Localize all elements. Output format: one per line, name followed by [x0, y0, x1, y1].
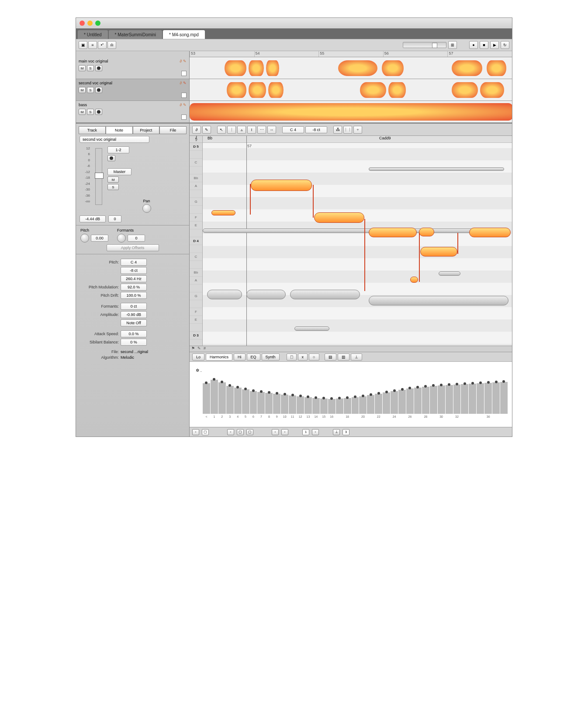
- formants-offset-knob[interactable]: [117, 234, 126, 243]
- track-checkbox[interactable]: [181, 71, 187, 76]
- inspector-tab-note[interactable]: Note: [106, 126, 133, 134]
- harmonic-dot[interactable]: [424, 385, 427, 388]
- harmonic-bar[interactable]: [265, 393, 273, 414]
- zoom-toggle[interactable]: ⊞: [448, 41, 457, 49]
- piano-key[interactable]: [190, 245, 202, 253]
- harmonic-bar[interactable]: [406, 388, 414, 414]
- harmonic-dot[interactable]: [377, 392, 380, 395]
- harmonic-dot[interactable]: [236, 386, 239, 388]
- record-arm-button[interactable]: [95, 65, 102, 71]
- harmonic-dot[interactable]: [260, 390, 263, 393]
- formants-offset-field[interactable]: 0: [128, 235, 145, 242]
- preset-a-icon[interactable]: ⎕: [287, 354, 297, 360]
- harmonic-dot[interactable]: [322, 397, 325, 399]
- tool-a-icon[interactable]: ⋮: [227, 126, 236, 134]
- harmonic-bar[interactable]: [218, 382, 226, 414]
- gear-icon[interactable]: ✲ .: [194, 366, 508, 374]
- wrench-small-icon[interactable]: ✎: [197, 346, 201, 352]
- bb-icon[interactable]: ▫: [272, 429, 279, 435]
- note-area[interactable]: Bb Cadd9 57: [203, 136, 512, 346]
- piano-key[interactable]: G: [190, 198, 202, 206]
- doc-tab-2[interactable]: * M4-song.mpd: [163, 30, 205, 39]
- pitch-offset-field[interactable]: 0.00: [91, 235, 108, 242]
- master-select[interactable]: Master: [107, 168, 131, 175]
- harmonic-bar[interactable]: [383, 392, 390, 414]
- pitch-mod-field[interactable]: 92.0 %: [121, 284, 147, 291]
- tool-b-icon[interactable]: ▵: [237, 126, 246, 134]
- pitch-editor[interactable]: 𝄞 D 5CBbAGFED 4CBbAGFED 3 Bb Cadd9 57: [190, 136, 512, 346]
- bb-toggle[interactable]: ▢: [202, 429, 209, 435]
- track-checkbox[interactable]: [181, 93, 187, 98]
- solo-button[interactable]: S: [87, 87, 94, 93]
- hash-icon[interactable]: #: [204, 346, 206, 352]
- harmonic-dot[interactable]: [487, 381, 490, 384]
- note-cents-field[interactable]: -8 ct: [121, 267, 147, 274]
- record-button[interactable]: ●: [469, 41, 478, 49]
- track-waveform-2[interactable]: [190, 101, 512, 123]
- snap-a-icon[interactable]: ⁂: [333, 126, 342, 134]
- harmonic-dot[interactable]: [299, 395, 302, 397]
- harmonic-dot[interactable]: [284, 393, 286, 395]
- stop-button[interactable]: ■: [480, 41, 488, 49]
- piano-key[interactable]: C: [190, 253, 202, 261]
- piano-key[interactable]: F: [190, 308, 202, 316]
- harmonic-dot[interactable]: [276, 392, 278, 395]
- harmonic-bar[interactable]: [281, 395, 288, 414]
- snap-b-icon[interactable]: ⋮⋮: [343, 126, 352, 134]
- record-arm-button[interactable]: [95, 109, 102, 115]
- tab-eq[interactable]: EQ: [247, 354, 260, 360]
- harmonic-bar[interactable]: [203, 383, 210, 414]
- piano-key[interactable]: [190, 300, 202, 308]
- piano-key[interactable]: D 3: [190, 332, 202, 340]
- harmonic-bar[interactable]: [430, 386, 437, 414]
- piano-key[interactable]: A: [190, 182, 202, 190]
- harmonic-bar[interactable]: [320, 399, 328, 414]
- preset-c-icon[interactable]: ○: [309, 354, 319, 360]
- bb-icon[interactable]: ▫: [227, 429, 234, 435]
- harmonic-dot[interactable]: [401, 388, 404, 391]
- piano-key[interactable]: Bb: [190, 269, 202, 277]
- zoom-icon[interactable]: [95, 21, 100, 26]
- harmonic-dot[interactable]: [252, 389, 255, 392]
- view-blob-icon[interactable]: •°: [98, 41, 107, 49]
- apply-offsets-button[interactable]: Apply Offsets: [107, 244, 159, 251]
- close-icon[interactable]: [80, 21, 85, 26]
- track-checkbox[interactable]: [181, 114, 187, 120]
- tab-harmonics[interactable]: Harmonics: [206, 354, 232, 360]
- preset-f-icon[interactable]: ⊥: [351, 354, 362, 360]
- harmonic-dot[interactable]: [315, 396, 317, 399]
- note-hz-field[interactable]: 260.4 Hz: [121, 275, 147, 282]
- harmonic-bar[interactable]: [438, 385, 445, 414]
- harmonic-dot[interactable]: [330, 397, 333, 400]
- harmonic-dot[interactable]: [244, 388, 247, 390]
- output-select[interactable]: 1-2: [107, 146, 129, 153]
- harmonic-dot[interactable]: [213, 378, 215, 381]
- harmonic-bar[interactable]: [257, 392, 265, 414]
- harmonic-bar[interactable]: [492, 382, 500, 414]
- pan-value-field[interactable]: 0: [108, 215, 121, 222]
- bb-icon[interactable]: ▫: [281, 429, 288, 435]
- inspector-tab-track[interactable]: Track: [79, 126, 106, 134]
- bb-val1[interactable]: 1: [302, 429, 309, 435]
- harmonic-bar[interactable]: [289, 395, 296, 414]
- harmonic-bar[interactable]: [469, 384, 476, 414]
- inspector-tab-project[interactable]: Project: [133, 126, 160, 134]
- tool-link-icon[interactable]: ∂: [192, 126, 201, 134]
- harmonic-dot[interactable]: [471, 382, 474, 385]
- harmonic-bar[interactable]: [422, 387, 429, 414]
- pitch-offset-knob[interactable]: [80, 234, 89, 243]
- harmonic-dot[interactable]: [354, 395, 356, 398]
- tool-icon[interactable]: ✎: [183, 81, 187, 85]
- harmonic-bar[interactable]: [328, 399, 336, 414]
- track-waveform-1[interactable]: [190, 79, 512, 101]
- bb-icon[interactable]: ▢: [237, 429, 244, 435]
- harmonic-dot[interactable]: [416, 386, 419, 388]
- level-fader[interactable]: [95, 148, 102, 205]
- piano-key[interactable]: [190, 229, 202, 237]
- piano-key[interactable]: [190, 151, 202, 159]
- piano-key[interactable]: Bb: [190, 174, 202, 182]
- harmonic-dot[interactable]: [228, 384, 231, 387]
- harmonic-bar[interactable]: [367, 395, 374, 414]
- record-arm-button[interactable]: [95, 87, 102, 93]
- bb-val3[interactable]: 3: [342, 429, 349, 435]
